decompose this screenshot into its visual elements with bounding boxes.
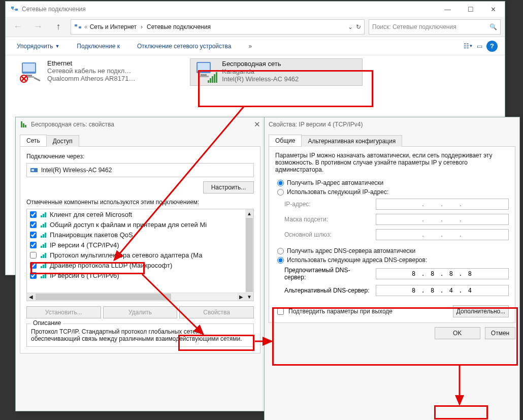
components-listbox[interactable]: Клиент для сетей MicrosoftОбщий доступ к… [26,209,254,301]
scroll-up-icon[interactable]: ▲ [245,209,253,217]
breadcrumb-leaf[interactable]: Сетевые подключения [147,23,211,30]
connect-to-button[interactable]: Подключение к [73,41,124,52]
svg-rect-1 [15,9,18,11]
minimize-button[interactable]: — [436,2,459,17]
addr-dropdown-icon[interactable]: ⌄ [348,23,353,30]
dialog-close-icon[interactable]: ✕ [254,120,260,129]
tab-alt-config[interactable]: Альтернативная конфигурация [301,135,402,147]
alt-dns-label: Альтернативный DNS-сервер: [284,287,371,294]
radio-auto-dns[interactable] [277,248,284,254]
component-checkbox[interactable] [30,262,37,269]
component-label: IP версии 4 (TCP/IPv4) [50,241,119,249]
configure-button[interactable]: Настроить... [203,181,254,193]
svg-rect-17 [216,72,217,83]
component-row[interactable]: Общий доступ к файлам и принтерам для се… [27,219,245,230]
ethernet-status: Сетевой кабель не подкл… [47,67,135,75]
svg-rect-40 [45,263,46,268]
remove-button[interactable]: Удалить [103,306,178,318]
subnet-mask-label: Маска подсети: [284,216,371,223]
scroll-right-icon[interactable]: ▶ [237,293,245,301]
svg-rect-36 [43,254,44,258]
component-row[interactable]: IP версии 6 (TCP/IPv6) [27,270,245,280]
svg-rect-14 [210,78,211,83]
svg-rect-31 [45,233,46,238]
protocol-icon [40,241,48,249]
preview-pane-icon[interactable]: ▭ [475,42,483,50]
breadcrumb-root[interactable]: Сеть и Интернет [90,23,137,30]
nav-back-icon[interactable]: ← [10,19,26,35]
properties-button[interactable]: Свойства [179,306,254,318]
protocol-icon [40,220,48,229]
scroll-down-icon[interactable]: ▼ [245,293,253,301]
search-input[interactable]: Поиск: Сетевые подключения 🔍 [369,19,501,35]
cancel-button[interactable]: Отмен [485,327,515,339]
disable-device-button[interactable]: Отключение сетевого устройства [133,41,235,52]
component-checkbox[interactable] [30,242,37,248]
ethernet-icon [19,59,43,84]
close-button[interactable]: ✕ [482,2,505,17]
ok-button[interactable]: OK [435,327,480,339]
svg-rect-11 [201,74,207,76]
svg-rect-27 [43,224,44,228]
vertical-scrollbar[interactable]: ▲ ▼ [245,209,253,301]
component-checkbox[interactable] [30,252,37,259]
dialog-titlebar: Беспроводная сеть: свойства ✕ [16,117,265,132]
svg-rect-13 [208,80,209,83]
nav-up-icon[interactable]: ↑ [50,19,67,35]
protocol-icon [40,271,48,279]
ip-address-input: . . . [376,199,509,210]
gateway-label: Основной шлюз: [284,231,371,238]
ethernet-device: Qualcomm Atheros AR8171… [47,75,135,82]
svg-rect-39 [43,265,44,268]
svg-rect-24 [43,214,44,217]
radio-auto-ip[interactable] [277,180,284,186]
svg-rect-2 [75,24,77,26]
svg-rect-20 [25,125,26,127]
ipv4-title: Свойства: IP версии 4 (TCP/IPv4) [269,121,363,128]
tab-network[interactable]: Сеть [20,135,47,146]
component-row[interactable]: Планировщик пакетов QoS [27,230,245,240]
overflow-button[interactable]: » [244,41,256,52]
component-checkbox[interactable] [30,211,37,218]
advanced-button[interactable]: Дополнительно... [453,305,509,317]
wifi-device: Intel(R) Wireless-AC 9462 [222,75,299,83]
component-label: Протокол мультиплексора сетевого адаптер… [50,251,202,259]
component-checkbox[interactable] [30,221,37,228]
radio-manual-ip[interactable] [277,189,284,196]
network-item-wifi[interactable]: Беспроводная сеть Karaganda Intel(R) Wir… [190,58,363,86]
validate-checkbox[interactable] [277,308,284,315]
preferred-dns-input[interactable]: 8 . 8 . 8 . 8 [376,268,509,279]
radio-manual-dns[interactable] [277,257,284,264]
svg-rect-16 [214,74,215,83]
component-checkbox[interactable] [30,232,37,238]
nav-forward-icon[interactable]: → [30,19,46,35]
address-bar[interactable]: « Сеть и Интернет › Сетевые подключения … [71,19,365,35]
scroll-left-icon[interactable]: ◀ [27,293,35,301]
search-icon: 🔍 [489,23,497,30]
help-icon[interactable]: ? [486,41,498,52]
ip-address-label: IP-адрес: [284,201,371,208]
svg-rect-26 [41,225,42,228]
component-row[interactable]: Протокол мультиплексора сетевого адаптер… [27,250,245,260]
organize-button[interactable]: Упорядочить ▼ [13,41,63,52]
svg-rect-38 [41,266,42,268]
connect-via-label: Подключение через: [26,153,254,160]
network-item-ethernet[interactable]: Ethernet Сетевой кабель не подкл… Qualco… [16,58,188,85]
component-row[interactable]: Клиент для сетей Microsoft [27,209,245,219]
component-checkbox[interactable] [30,272,37,279]
maximize-button[interactable]: ☐ [459,2,482,17]
svg-rect-22 [31,169,34,171]
tab-general[interactable]: Общие [269,135,302,146]
view-icon[interactable]: ☷▼ [464,42,472,50]
nic-icon [30,166,38,174]
protocol-icon [40,251,48,259]
breadcrumb-chevron-icon[interactable]: › [139,23,145,30]
refresh-icon[interactable]: ↻ [356,23,361,30]
alt-dns-input[interactable]: 8 . 8 . 4 . 4 [376,285,509,296]
component-row[interactable]: IP версии 4 (TCP/IPv4) [27,240,245,250]
tab-access[interactable]: Доступ [46,135,79,147]
install-button[interactable]: Установить... [26,306,101,318]
component-row[interactable]: Драйвер протокола LLDP (Майкрософт) [27,260,245,270]
horizontal-scrollbar[interactable]: ◀ ▶ [27,293,245,301]
protocol-icon [40,261,48,269]
